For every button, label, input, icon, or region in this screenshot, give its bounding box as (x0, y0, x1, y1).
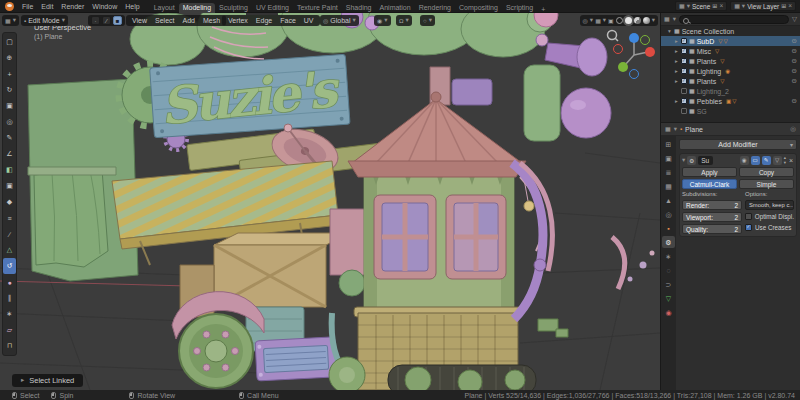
editor-type-icon[interactable]: ▦ (665, 126, 671, 132)
navigation-gizmo[interactable] (604, 27, 656, 83)
overlays-toggle-icon[interactable]: ▦ (595, 18, 601, 24)
disclosure-icon[interactable]: ▸ (674, 48, 679, 54)
view-layer-selector[interactable]: ▦ ▾ View Layer ⊞ × (730, 1, 796, 11)
tab-active-tool[interactable]: ⊞ (662, 138, 675, 150)
tool-spin[interactable]: ↺ (3, 258, 16, 274)
menu-mesh[interactable]: Mesh (200, 17, 223, 24)
menu-edit[interactable]: Edit (37, 0, 57, 13)
eye-icon[interactable]: ⊙ (792, 77, 797, 85)
optimal-display-checkbox[interactable]: Optimal Displ. (745, 212, 794, 221)
tab-output[interactable]: ≣ (662, 166, 675, 178)
tool-edge-slide[interactable]: ∥ (3, 290, 16, 306)
zoom-icon[interactable] (608, 31, 619, 42)
axis-x-handle[interactable] (645, 47, 655, 57)
menu-window[interactable]: Window (88, 0, 121, 13)
menu-face[interactable]: Face (277, 17, 299, 24)
collapse-icon[interactable]: ▾ (682, 157, 685, 164)
axis-x-neg-handle[interactable] (614, 45, 623, 54)
orientation-dropdown[interactable]: ◎ Global ▾ (320, 15, 359, 26)
new-scene-icon[interactable]: ⊞ (712, 3, 717, 9)
close-icon[interactable]: × (719, 3, 723, 10)
tab-modeling[interactable]: Modeling (179, 3, 215, 13)
collection-checkbox[interactable]: ✓ (681, 58, 687, 64)
tool-select-box[interactable]: ▢ (3, 34, 16, 50)
use-creases-checkbox[interactable]: ✓ Use Creases (745, 223, 794, 232)
outliner-row-plants-2[interactable]: ▸ ✓ ▦ Plants ▽ ⊙ (661, 76, 800, 86)
menu-add[interactable]: Add (180, 17, 198, 24)
scene-selector[interactable]: ▦ ▾ Scene ⊞ × (675, 1, 727, 11)
tool-poly-build[interactable]: △ (3, 242, 16, 258)
tab-particles[interactable]: ∗ (662, 250, 675, 262)
tab-shading[interactable]: Shading (342, 3, 376, 13)
tool-annotate[interactable]: ✎ (3, 130, 16, 146)
tab-texture-paint[interactable]: Texture Paint (293, 3, 342, 13)
modifier-name-field[interactable]: Su (698, 156, 713, 165)
tool-transform[interactable]: ◎ (3, 114, 16, 130)
outliner-row-plants[interactable]: ▸ ✓ ▦ Plants ▽ ⊙ (661, 56, 800, 66)
tab-constraints[interactable]: ⊃ (662, 278, 675, 290)
eye-icon[interactable]: ⊙ (792, 67, 797, 75)
outliner-display-icon[interactable]: ▦ (664, 16, 670, 22)
shading-solid-icon[interactable] (625, 17, 632, 24)
tab-rendering[interactable]: Rendering (415, 3, 455, 13)
xray-toggle-icon[interactable]: ▣ (608, 18, 614, 24)
tool-loop-cut[interactable]: ≡ (3, 210, 16, 226)
tab-object-data[interactable]: ▽ (662, 292, 675, 304)
tool-inset-faces[interactable]: ▣ (3, 178, 16, 194)
tool-rip-region[interactable]: ⊓ (3, 338, 16, 354)
outliner-row-sg[interactable]: ▦ SG (661, 106, 800, 116)
collection-checkbox[interactable]: ✓ (681, 48, 687, 54)
menu-uv[interactable]: UV (301, 17, 317, 24)
collection-checkbox[interactable]: ✓ (681, 98, 687, 104)
tool-rotate[interactable]: ↻ (3, 82, 16, 98)
viewport-slider[interactable]: Viewport: 2 (682, 212, 742, 222)
uv-smooth-select[interactable]: Smooth, keep c... ▾ (745, 200, 794, 210)
tool-smooth[interactable]: ● (3, 274, 16, 290)
disclosure-icon[interactable]: ▸ (674, 98, 679, 104)
eye-icon[interactable]: ⊙ (792, 47, 797, 55)
face-select-button[interactable]: ■ (113, 16, 122, 25)
editmode-toggle-icon[interactable]: ✎ (762, 156, 771, 165)
outliner-root-row[interactable]: ▾ ▦ Scene Collection (661, 26, 800, 36)
tab-view-layer[interactable]: ▦ (662, 180, 675, 192)
axis-y-handle[interactable] (618, 62, 628, 72)
eye-icon[interactable]: ⊙ (792, 97, 797, 105)
axis-y-neg-handle[interactable] (641, 36, 650, 45)
tool-scale[interactable]: ▣ (3, 98, 16, 114)
collection-checkbox[interactable]: ✓ (681, 38, 687, 44)
cage-toggle-icon[interactable]: ▽ (773, 156, 782, 165)
tab-sculpting[interactable]: Sculpting (215, 3, 252, 13)
disclosure-icon[interactable]: ▸ (674, 38, 679, 44)
move-down-icon[interactable]: ▾ (784, 161, 786, 166)
outliner-row-lighting[interactable]: ▸ ✓ ▦ Lighting ◉ ⊙ (661, 66, 800, 76)
viewport-canvas[interactable]: Suzie's (0, 13, 660, 390)
delete-modifier-icon[interactable]: × (788, 157, 794, 164)
simple-button[interactable]: Simple (739, 179, 794, 189)
tab-scripting[interactable]: Scripting (502, 3, 537, 13)
outliner-row-pebbles[interactable]: ▸ ✓ ▦ Pebbles ▣▽ ⊙ (661, 96, 800, 106)
quality-slider[interactable]: Quality: 2 (682, 224, 742, 234)
blender-logo-icon[interactable] (5, 2, 14, 11)
apply-button[interactable]: Apply (682, 167, 737, 177)
add-modifier-button[interactable]: Add Modifier ▾ (679, 139, 797, 150)
eye-icon[interactable]: ⊙ (792, 57, 797, 65)
vertex-select-button[interactable]: · (91, 16, 100, 25)
tab-uv-editing[interactable]: UV Editing (252, 3, 293, 13)
axis-z-neg-handle[interactable] (630, 70, 639, 79)
tab-animation[interactable]: Animation (376, 3, 415, 13)
tool-shear[interactable]: ▱ (3, 322, 16, 338)
new-layer-icon[interactable]: ⊞ (781, 3, 786, 9)
menu-view[interactable]: View (129, 17, 150, 24)
pin-icon[interactable]: ◎ (790, 126, 796, 133)
proportional-edit-group[interactable]: ○ ▾ (420, 15, 435, 26)
viewport-3d[interactable]: Suzie's ▦ ▾ ▪ Edit Mode ▾ · ∕ ■ View Sel… (0, 13, 660, 390)
tab-modifiers[interactable]: ⚙ (662, 236, 675, 248)
snap-group[interactable]: Ω ▾ (396, 15, 412, 26)
eye-icon[interactable]: ⊙ (792, 37, 797, 45)
operator-panel[interactable]: ▸ Select Linked (12, 374, 83, 387)
outliner-search-input[interactable] (692, 16, 768, 23)
collection-checkbox[interactable]: ✓ (681, 68, 687, 74)
menu-edge[interactable]: Edge (253, 17, 275, 24)
disclosure-icon[interactable]: ▾ (667, 28, 672, 34)
shading-wireframe-icon[interactable] (616, 17, 623, 24)
